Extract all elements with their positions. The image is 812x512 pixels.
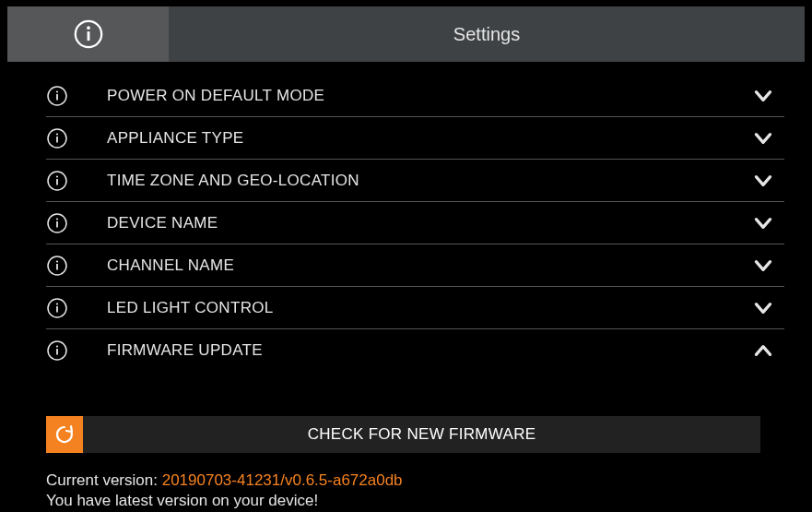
svg-rect-20 <box>56 306 58 313</box>
svg-point-22 <box>56 345 58 347</box>
info-icon <box>46 85 68 107</box>
firmware-version-line: Current version: 20190703-41231/v0.6.5-a… <box>46 471 784 490</box>
chevron-down-icon <box>749 211 777 235</box>
svg-rect-14 <box>56 221 58 228</box>
row-channel-name[interactable]: CHANNEL NAME <box>46 244 784 287</box>
svg-point-10 <box>56 175 58 177</box>
svg-rect-8 <box>56 137 58 143</box>
row-label: POWER ON DEFAULT MODE <box>107 87 749 105</box>
chevron-down-icon <box>749 296 777 320</box>
info-icon <box>46 170 68 192</box>
row-led-light-control[interactable]: LED LIGHT CONTROL <box>46 287 784 329</box>
chevron-down-icon <box>749 84 777 108</box>
firmware-version-value[interactable]: 20190703-41231/v0.6.5-a672a0db <box>162 471 403 489</box>
svg-rect-23 <box>56 349 58 355</box>
row-label: CHANNEL NAME <box>107 256 749 275</box>
svg-point-4 <box>56 90 58 92</box>
refresh-icon <box>46 416 83 453</box>
row-label: FIRMWARE UPDATE <box>107 341 749 360</box>
info-icon <box>73 18 104 50</box>
row-device-name[interactable]: DEVICE NAME <box>46 202 784 244</box>
svg-rect-11 <box>56 179 58 185</box>
svg-point-1 <box>87 26 90 30</box>
info-icon <box>46 297 68 319</box>
row-label: TIME ZONE AND GEO-LOCATION <box>107 172 749 190</box>
chevron-down-icon <box>749 169 777 193</box>
row-label: LED LIGHT CONTROL <box>107 299 749 317</box>
row-appliance-type[interactable]: APPLIANCE TYPE <box>46 117 784 160</box>
svg-point-19 <box>56 303 58 304</box>
svg-rect-17 <box>56 264 58 270</box>
check-firmware-button[interactable]: CHECK FOR NEW FIRMWARE <box>46 416 784 453</box>
chevron-down-icon <box>749 126 777 150</box>
header-info-tab[interactable] <box>7 6 169 62</box>
row-label: DEVICE NAME <box>107 214 749 232</box>
settings-header: Settings <box>7 6 805 62</box>
firmware-version-label: Current version: <box>46 471 162 489</box>
info-icon <box>46 212 68 234</box>
row-label: APPLIANCE TYPE <box>107 129 749 148</box>
firmware-panel: CHECK FOR NEW FIRMWARE Current version: … <box>46 416 784 510</box>
chevron-up-icon <box>749 339 777 363</box>
row-time-zone-geo[interactable]: TIME ZONE AND GEO-LOCATION <box>46 160 784 202</box>
chevron-down-icon <box>749 254 777 278</box>
check-firmware-label: CHECK FOR NEW FIRMWARE <box>83 416 760 453</box>
settings-list: POWER ON DEFAULT MODE APPLIANCE TYPE TIM… <box>7 62 805 510</box>
settings-title: Settings <box>169 24 805 45</box>
info-icon <box>46 255 68 277</box>
row-power-on-default-mode[interactable]: POWER ON DEFAULT MODE <box>46 75 784 117</box>
info-icon <box>46 339 68 362</box>
info-icon <box>46 127 68 149</box>
firmware-status-message: You have latest version on your device! <box>46 492 784 510</box>
svg-rect-2 <box>87 31 89 41</box>
svg-rect-5 <box>56 94 58 101</box>
row-firmware-update[interactable]: FIRMWARE UPDATE <box>46 329 784 372</box>
svg-point-13 <box>56 218 58 220</box>
svg-point-7 <box>56 133 58 135</box>
svg-point-16 <box>56 260 58 262</box>
